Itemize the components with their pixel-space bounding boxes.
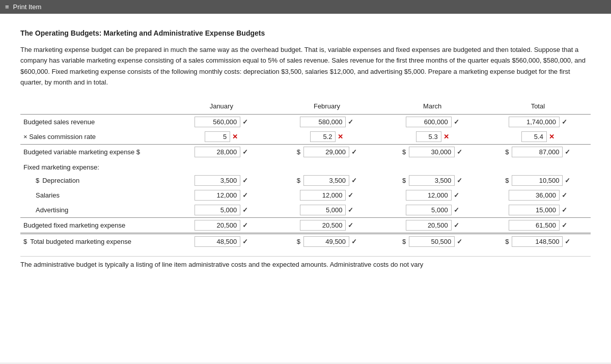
footer-text: The administrative budget is typically a… [20,256,591,270]
check-icon: ✓ [242,221,248,229]
input-mar-variable[interactable]: 30,000 [409,147,455,157]
check-icon: ✓ [457,238,462,245]
row-label-fixed-total: Budgeted fixed marketing expense [20,217,169,233]
check-icon: ✓ [242,238,248,245]
input-total-total-marketing[interactable]: 148,500 [512,236,563,247]
check-icon: ✓ [348,206,353,214]
input-total-salaries[interactable]: 36,000 [509,190,560,201]
cross-icon: ✕ [549,133,554,141]
cell-mar-total-marketing: $ 50,500 ✓ [380,233,485,249]
check-icon: ✓ [457,148,462,156]
check-icon: ✓ [242,118,248,126]
input-feb-sales-revenue[interactable]: 580,000 [300,117,346,127]
table-row: Advertising 5,000 ✓ 5,000 ✓ [20,203,591,218]
cell-total-sales-revenue: 1,740,000 ✓ [485,114,591,129]
input-mar-sales-revenue[interactable]: 600,000 [406,117,452,127]
cell-jan-commission: 5 ✕ [169,129,274,145]
col-header-label [20,100,169,115]
dollar-sign: $ [402,238,406,245]
check-icon: ✓ [242,191,248,199]
row-label-variable-marketing: Budgeted variable marketing expense $ [20,144,169,159]
cell-jan-depreciation: 3,500 ✓ [169,173,274,188]
input-total-fixed-total[interactable]: 61,500 [509,220,560,231]
check-icon: ✓ [351,238,357,245]
cell-total-total-marketing: $ 148,500 ✓ [485,233,591,249]
cross-icon: ✕ [232,133,238,141]
col-header-january: January [169,100,274,115]
dollar-sign: $ [23,238,27,245]
dollar-sign: $ [505,148,509,156]
cell-mar-salaries: 12,000 ✓ [380,188,485,203]
input-total-sales-revenue[interactable]: 1,740,000 [509,117,560,127]
dollar-sign: $ [297,238,300,245]
content-area: The Operating Budgets: Marketing and Adm… [0,14,611,362]
cell-mar-advertising: 5,000 ✓ [380,203,485,218]
check-icon: ✓ [457,177,462,184]
check-icon: ✓ [454,221,459,229]
table-row: × Sales commission rate 5 ✕ 5.2 ✕ [20,129,591,145]
cell-jan-total-marketing: 48,500 ✓ [169,233,274,249]
cell-total-depreciation: $ 10,500 ✓ [485,173,591,188]
input-feb-total-marketing[interactable]: 49,500 [303,236,349,247]
input-total-commission[interactable]: 5.4 [521,131,547,142]
col-header-march: March [380,100,485,115]
check-icon: ✓ [351,148,357,156]
table-row: Salaries 12,000 ✓ 12,000 ✓ [20,188,591,203]
check-icon: ✓ [351,177,357,184]
row-label-commission-rate: × Sales commission rate [20,129,169,145]
check-icon: ✓ [454,206,459,214]
check-icon: ✓ [565,177,570,184]
input-jan-total-marketing[interactable]: 48,500 [195,236,240,247]
cell-feb-total-marketing: $ 49,500 ✓ [274,233,379,249]
input-mar-salaries[interactable]: 12,000 [406,190,452,201]
input-mar-depreciation[interactable]: 3,500 [409,175,455,186]
table-row: Budgeted sales revenue 560,000 ✓ 580,000 [20,114,591,129]
input-jan-variable[interactable]: 28,000 [195,147,240,157]
input-total-variable[interactable]: 87,000 [512,147,563,157]
table-row: Budgeted fixed marketing expense 20,500 … [20,217,591,233]
input-jan-commission[interactable]: 5 [205,131,230,142]
check-icon: ✓ [565,238,570,245]
check-icon: ✓ [242,177,248,184]
cell-total-variable: $ 87,000 ✓ [485,144,591,159]
input-feb-variable[interactable]: 29,000 [303,147,349,157]
input-jan-depreciation[interactable]: 3,500 [195,175,240,186]
input-jan-fixed-total[interactable]: 20,500 [195,220,240,231]
input-total-advertising[interactable]: 15,000 [509,205,560,215]
input-mar-fixed-total[interactable]: 20,500 [406,220,452,231]
page-title: The Operating Budgets: Marketing and Adm… [20,29,591,37]
input-feb-advertising[interactable]: 5,000 [300,205,346,215]
check-icon: ✓ [562,118,567,126]
check-icon: ✓ [348,118,353,126]
input-mar-advertising[interactable]: 5,000 [406,205,452,215]
cell-total-advertising: 15,000 ✓ [485,203,591,218]
col-header-february: February [274,100,379,115]
header-title: Print Item [13,3,42,11]
dollar-sign: $ [505,238,509,245]
input-feb-commission[interactable]: 5.2 [310,131,336,142]
input-feb-fixed-total[interactable]: 20,500 [300,220,346,231]
dollar-sign: $ [402,177,406,184]
check-icon: ✓ [454,118,459,126]
cell-jan-salaries: 12,000 ✓ [169,188,274,203]
cell-total-fixed-total: 61,500 ✓ [485,217,591,233]
input-jan-salaries[interactable]: 12,000 [195,190,240,201]
input-total-depreciation[interactable]: 10,500 [512,175,563,186]
input-jan-sales-revenue[interactable]: 560,000 [195,117,240,127]
cell-mar-commission: 5.3 ✕ [380,129,485,145]
input-feb-depreciation[interactable]: 3,500 [303,175,349,186]
cell-total-salaries: 36,000 ✓ [485,188,591,203]
cell-mar-variable: $ 30,000 ✓ [380,144,485,159]
cell-jan-advertising: 5,000 ✓ [169,203,274,218]
cell-feb-salaries: 12,000 ✓ [274,188,379,203]
input-feb-salaries[interactable]: 12,000 [300,190,346,201]
input-jan-advertising[interactable]: 5,000 [195,205,240,215]
check-icon: ✓ [348,191,353,199]
budget-table: January February March Total Budgeted sa… [20,100,591,249]
check-icon: ✓ [454,191,459,199]
menu-icon: ≡ [5,3,9,11]
cell-mar-fixed-total: 20,500 ✓ [380,217,485,233]
cell-jan-sales-revenue: 560,000 ✓ [169,114,274,129]
input-mar-total-marketing[interactable]: 50,500 [409,236,455,247]
input-mar-commission[interactable]: 5.3 [416,131,441,142]
